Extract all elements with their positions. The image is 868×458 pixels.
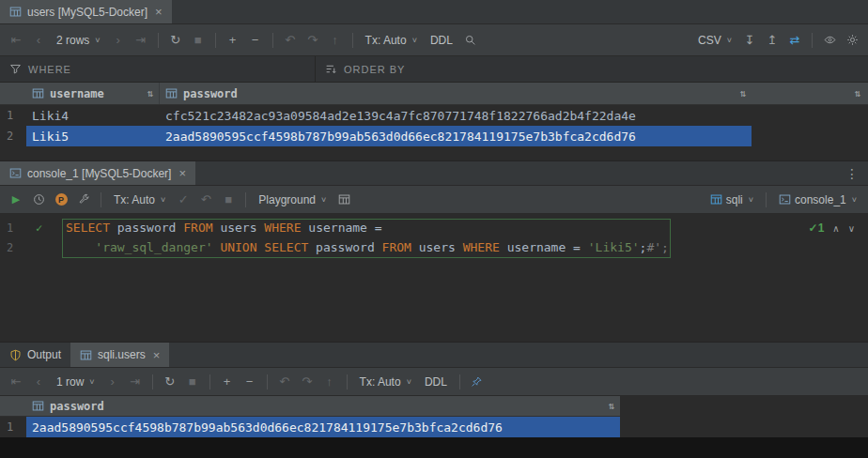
wrench-icon [78,193,90,206]
ddl-button[interactable]: DDL [425,32,458,49]
first-page-button[interactable]: ⇤ [6,372,26,392]
row-number: 1 [0,109,26,122]
add-row-button[interactable]: + [217,372,238,392]
history-button[interactable] [28,190,49,210]
sort-toggle-icon[interactable]: ⇅ [739,87,746,99]
separator [209,374,210,389]
view-options-button[interactable] [819,30,840,51]
tab-result-grid[interactable]: sqli.users × [70,343,169,367]
sort-toggle-icon[interactable]: ⇅ [608,400,614,412]
close-icon[interactable]: × [178,166,186,180]
where-filter-input[interactable]: WHERE [0,56,316,82]
order-by-input[interactable]: ORDER BY [316,56,868,82]
refresh-button[interactable]: ↻ [165,30,186,51]
row-number: 2 [0,130,26,143]
cell-username[interactable]: Liki4 [26,105,160,126]
table-view-icon [338,193,350,206]
rollback-button[interactable]: ↶ [195,190,216,210]
page-size-dropdown[interactable]: 1 row ˅ [51,374,101,390]
export-data-button[interactable]: ↧ [739,30,760,51]
separator [272,33,273,48]
revert-button[interactable]: ↶ [274,372,295,392]
import-data-button[interactable]: ↥ [762,30,783,51]
parameters-button[interactable]: P [51,190,71,210]
separator [215,33,216,48]
tx-mode-dropdown[interactable]: Tx: Auto ˅ [360,32,423,49]
cell-username[interactable]: Liki5 [26,126,160,146]
playground-mode-dropdown[interactable]: Playground ˅ [253,191,332,208]
pin-tab-button[interactable] [467,372,488,392]
editor-gutter: 1 ✓ [0,221,66,235]
check-icon: ✓ [809,221,818,235]
tab-console[interactable]: console_1 [MySQL5-Docker] × [0,161,195,185]
execute-button[interactable]: ▶ [6,190,26,210]
redo-button[interactable]: ↷ [302,30,323,51]
submit-button[interactable]: ↑ [319,372,340,392]
search-button[interactable] [460,30,481,51]
data-grid-toolbar: ⇤ ‹ 2 rows ˅ › ⇥ ↻ ■ + − ↶ ↷ ↑ Tx: Auto … [0,24,868,56]
first-page-button[interactable]: ⇤ [6,30,26,51]
close-icon[interactable]: × [155,5,163,19]
column-header-password[interactable]: password ⇅ [26,396,620,416]
id-token: password [110,221,183,235]
delete-row-button[interactable]: − [245,30,266,51]
string-token: 'Liki5' [588,240,640,254]
last-page-button[interactable]: ⇥ [131,30,151,51]
previous-page-button[interactable]: ‹ [28,30,49,51]
next-result-button[interactable]: ∨ [848,223,855,234]
ddl-button[interactable]: DDL [419,374,453,390]
submit-button[interactable]: ↑ [325,30,346,51]
page-size-dropdown[interactable]: 2 rows ˅ [51,32,106,49]
console-tx-mode-dropdown[interactable]: Tx: Auto ˅ [108,191,171,208]
cell-password[interactable]: 2aad5890595ccf4598b787b99ab563d0d66ec821… [160,126,752,146]
console-settings-button[interactable] [73,190,94,210]
tx-mode-dropdown[interactable]: Tx: Auto ˅ [354,374,417,390]
separator [347,374,348,389]
last-page-button[interactable]: ⇥ [125,372,146,392]
console-dropdown[interactable]: console_1 ˅ [773,191,862,208]
tab-users-grid[interactable]: users [MySQL5-Docker] × [0,0,172,23]
redo-button[interactable]: ↷ [297,372,318,392]
kw-token: FROM [183,221,212,235]
previous-page-button[interactable]: ‹ [28,372,49,392]
column-header-password[interactable]: password ⇅ [160,83,752,104]
sql-code: 'raw_sql_danger' UNION SELECT password F… [66,240,669,254]
add-row-button[interactable]: + [223,30,243,51]
sort-toggle-icon[interactable]: ⇅ [854,87,860,99]
next-page-button[interactable]: › [108,30,129,51]
result-row-selected[interactable]: 1 2aad5890595ccf4598b787b99ab563d0d66ec8… [0,417,620,437]
schema-dropdown[interactable]: sqli ˅ [705,191,759,208]
commit-button[interactable]: ✓ [173,190,194,210]
revert-button[interactable]: ↶ [280,30,301,51]
panel-splitter[interactable] [0,146,868,161]
column-header-username[interactable]: username ⇅ [26,83,160,104]
previous-result-button[interactable]: ∧ [832,223,839,234]
cell-password[interactable]: 2aad5890595ccf4598b787b99ab563d0d66ec821… [26,417,620,437]
result-toolbar: ⇤ ‹ 1 row ˅ › ⇥ ↻ ■ + − ↶ ↷ ↑ Tx: Auto ˅… [0,368,868,396]
tab-result-label: sqli.users [98,348,146,361]
tab-console-label: console_1 [MySQL5-Docker] [27,167,171,180]
column-password-label: password [183,87,238,100]
next-page-button[interactable]: › [102,372,123,392]
close-icon[interactable]: × [153,348,161,362]
sort-toggle-icon[interactable]: ⇅ [147,87,153,99]
panel-splitter[interactable] [0,310,868,343]
stop-button[interactable]: ■ [182,372,203,392]
chevron-down-icon: ˅ [749,195,753,205]
delete-row-button[interactable]: − [240,372,260,392]
data-editor-tabbar: users [MySQL5-Docker] × [0,0,868,24]
table-row-selected[interactable]: 2 Liki5 2aad5890595ccf4598b787b99ab563d0… [0,126,868,146]
stop-query-button[interactable]: ■ [218,190,239,210]
transpose-button[interactable]: ⇄ [784,30,805,51]
playground-mode-label: Playground [258,193,316,206]
table-row[interactable]: 1 Liki4 cfc521c23482ac93a09584ad2e139c4a… [0,105,868,126]
tab-output[interactable]: Output [0,343,70,367]
settings-button[interactable] [842,30,862,51]
output-layout-button[interactable] [333,190,354,210]
stop-button[interactable]: ■ [188,30,209,51]
cell-password[interactable]: cfc521c23482ac93a09584ad2e139c4a7fc87077… [160,105,752,126]
more-options-button[interactable]: ⋮ [836,161,868,185]
export-format-dropdown[interactable]: CSV ˅ [692,32,737,49]
sql-editor[interactable]: 1 ✓ SELECT password FROM users WHERE use… [0,214,868,310]
refresh-button[interactable]: ↻ [160,372,180,392]
